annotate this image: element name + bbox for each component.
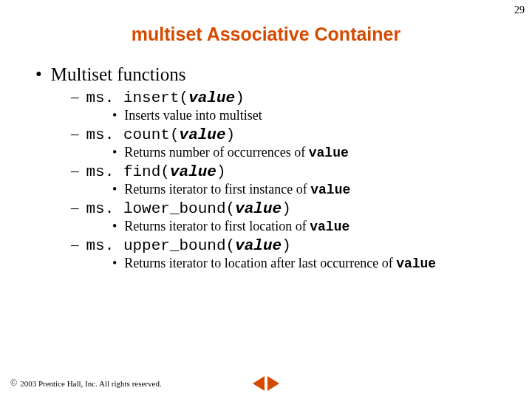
desc-mono: value	[310, 183, 350, 197]
desc-mono: value	[396, 256, 436, 271]
code-prefix: ms. find(	[86, 163, 170, 180]
func-item: ms. insert(value)	[71, 88, 510, 106]
page-number: 29	[514, 4, 525, 16]
desc-text: Returns iterator to location after last …	[124, 256, 396, 270]
heading-lvl1: Multiset functions	[35, 64, 510, 85]
func-desc: Returns iterator to first instance of va…	[112, 182, 510, 197]
code-suffix: )	[226, 126, 236, 143]
func-desc: Returns iterator to location after last …	[112, 256, 510, 271]
copyright-icon: ©	[10, 378, 17, 389]
slide-content: Multiset functions ms. insert(value) Ins…	[0, 64, 532, 271]
desc-mono: value	[309, 146, 349, 160]
func-item: ms. lower_bound(value)	[71, 199, 510, 217]
code-suffix: )	[282, 237, 291, 254]
code-param: value	[170, 163, 216, 180]
next-arrow-icon[interactable]	[267, 376, 279, 391]
desc-text: Inserts value into multiset	[124, 108, 262, 123]
code-prefix: ms. count(	[86, 126, 180, 143]
code-param: value	[180, 126, 226, 143]
prev-arrow-icon[interactable]	[253, 376, 265, 391]
desc-text: Returns iterator to first instance of	[124, 182, 310, 197]
code-suffix: )	[282, 200, 291, 217]
footer: © 2003 Prentice Hall, Inc. All rights re…	[10, 378, 522, 389]
func-item: ms. find(value)	[71, 162, 510, 180]
copyright: © 2003 Prentice Hall, Inc. All rights re…	[10, 378, 162, 389]
func-desc: Returns iterator to first location of va…	[112, 219, 510, 234]
code-suffix: )	[235, 89, 245, 106]
code-param: value	[235, 237, 282, 254]
desc-mono: value	[310, 219, 349, 234]
func-desc: Inserts value into multiset	[112, 108, 510, 123]
desc-text: Returns number of occurrences of	[124, 145, 308, 160]
code-param: value	[188, 89, 235, 106]
copyright-text: 2003 Prentice Hall, Inc. All rights rese…	[20, 379, 162, 388]
code-suffix: )	[216, 163, 226, 180]
nav-arrows	[253, 376, 279, 391]
code-prefix: ms. lower_bound(	[86, 200, 236, 217]
code-prefix: ms. upper_bound(	[86, 237, 236, 254]
code-prefix: ms. insert(	[86, 89, 189, 106]
func-item: ms. upper_bound(value)	[71, 236, 510, 254]
slide-title: multiset Associative Container	[0, 24, 532, 45]
desc-text: Returns iterator to first location of	[124, 219, 310, 233]
code-param: value	[235, 200, 282, 217]
func-item: ms. count(value)	[71, 125, 510, 143]
func-desc: Returns number of occurrences of value	[112, 145, 510, 160]
